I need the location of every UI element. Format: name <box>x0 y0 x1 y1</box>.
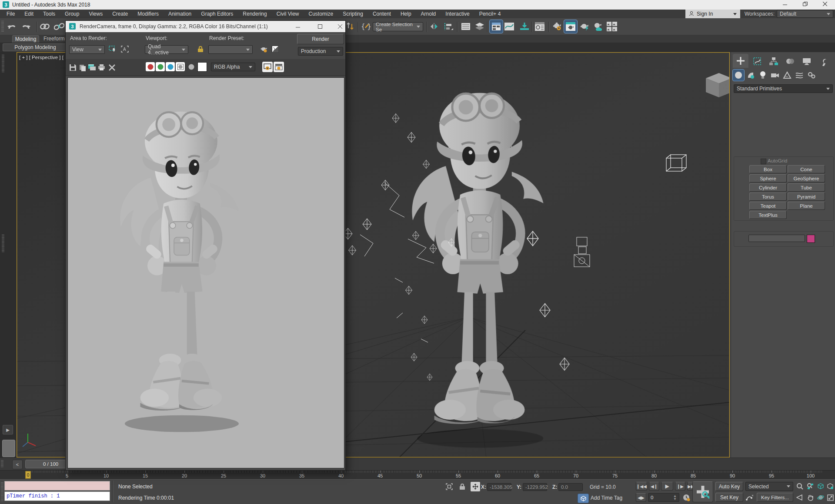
x-coordinate-field[interactable]: -1538.305 <box>487 483 511 491</box>
object-type-button-torus[interactable]: Torus <box>749 192 787 201</box>
workspace-dropdown[interactable]: Default <box>777 10 833 18</box>
object-type-button-geosphere[interactable]: GeoSphere <box>788 174 825 182</box>
render-minimize-button[interactable] <box>294 22 302 31</box>
menu-item-file[interactable]: File <box>2 10 20 18</box>
maxscript-listener-pink[interactable] <box>4 481 110 491</box>
tab-motion-icon[interactable] <box>782 55 798 68</box>
set-keys-button[interactable] <box>692 481 713 502</box>
select-object-icon[interactable] <box>345 21 356 32</box>
render-setup-icon[interactable] <box>551 21 563 32</box>
rendered-image-area[interactable] <box>67 77 344 468</box>
object-color-swatch[interactable] <box>807 235 815 243</box>
current-frame-field[interactable]: 0 ▲▼ <box>648 493 679 502</box>
green-channel-toggle[interactable] <box>156 62 165 71</box>
viewport-dropdown[interactable]: Quad 4...ective <box>145 45 188 54</box>
object-type-button-sphere[interactable]: Sphere <box>749 174 787 182</box>
curve-editor-icon[interactable] <box>504 21 515 32</box>
menu-item-modifiers[interactable]: Modifiers <box>133 10 164 18</box>
scene-explorer-icon[interactable] <box>474 21 485 32</box>
set-key-button[interactable]: Set Key <box>715 493 743 502</box>
menu-item-customize[interactable]: Customize <box>304 10 338 18</box>
tab-freeform[interactable]: Freeform <box>43 36 65 42</box>
time-slider-prev-button[interactable]: < <box>12 460 23 469</box>
menu-item-graph-editors[interactable]: Graph Editors <box>196 10 238 18</box>
minimize-button[interactable] <box>775 0 795 8</box>
viewport-layout-tab[interactable] <box>2 440 15 457</box>
menu-item-interactive[interactable]: Interactive <box>441 10 474 18</box>
image-layers-icon[interactable] <box>274 62 284 72</box>
auto-key-button[interactable]: Auto Key <box>715 482 743 491</box>
spinner-arrows-icon[interactable]: ▲▼ <box>673 494 677 501</box>
timeline-ruler[interactable]: 0 51015202530354045505560657075808590951… <box>0 470 835 480</box>
blue-channel-toggle[interactable] <box>166 62 175 71</box>
area-to-render-dropdown[interactable]: View <box>69 45 105 54</box>
previous-frame-button[interactable]: ◀❙ <box>649 482 659 491</box>
category-systems-icon[interactable] <box>806 70 817 81</box>
render-button[interactable]: Render <box>297 34 344 44</box>
menu-item-civil-view[interactable]: Civil View <box>272 10 304 18</box>
field-of-view-icon[interactable] <box>795 493 805 502</box>
dope-sheet-icon[interactable] <box>519 21 530 32</box>
align-icon[interactable] <box>443 21 454 32</box>
auto-region-icon[interactable]: A <box>120 44 130 54</box>
expand-ribbon-button[interactable]: ▶ <box>3 425 13 434</box>
autodesk-gallery-icon[interactable] <box>606 21 618 32</box>
menu-item-content[interactable]: Content <box>368 10 396 18</box>
toggle-scene-explorer-icon[interactable] <box>490 20 503 33</box>
tab-display-icon[interactable] <box>799 55 815 68</box>
viewport-lock-icon[interactable] <box>195 44 206 54</box>
restore-button[interactable] <box>795 0 815 8</box>
key-filters-icon[interactable] <box>745 492 755 503</box>
clone-rendered-frame-icon[interactable] <box>87 62 97 73</box>
add-time-tag-icon[interactable] <box>578 494 589 503</box>
zoom-extents-all-icon[interactable] <box>825 481 835 491</box>
selection-lock-icon[interactable] <box>458 482 467 491</box>
mirror-icon[interactable] <box>430 21 441 32</box>
rendered-frame-window-icon[interactable] <box>564 20 577 33</box>
object-name-input[interactable] <box>748 235 805 242</box>
redo-icon[interactable] <box>20 21 32 32</box>
object-type-button-cone[interactable]: Cone <box>788 165 825 173</box>
object-type-button-tube[interactable]: Tube <box>788 183 825 192</box>
close-button[interactable] <box>815 0 835 8</box>
orbit-icon[interactable] <box>816 493 825 502</box>
red-channel-toggle[interactable] <box>146 62 155 71</box>
render-window-titlebar[interactable]: 3 RenderCamera, frame 0, Display Gamma: … <box>66 21 345 32</box>
object-type-button-teapot[interactable]: Teapot <box>749 202 787 210</box>
monochrome-toggle[interactable] <box>187 62 196 71</box>
copy-image-icon[interactable] <box>77 62 87 73</box>
pan-icon[interactable] <box>805 493 815 502</box>
tab-utilities-icon[interactable] <box>815 55 831 68</box>
render-setup-small-icon[interactable] <box>259 44 269 54</box>
clear-image-icon[interactable] <box>107 62 117 73</box>
tab-modify-icon[interactable] <box>749 55 765 68</box>
select-link-icon[interactable] <box>39 21 50 32</box>
material-editor-icon[interactable] <box>534 21 545 32</box>
maxscript-listener-white[interactable]: pTimer finish : 1 <box>4 491 110 501</box>
time-configuration-icon[interactable] <box>681 492 691 503</box>
selection-set-dropdown[interactable]: Create Selection Se <box>373 22 423 31</box>
category-shapes-icon[interactable] <box>745 70 756 81</box>
render-mode-dropdown[interactable]: Production <box>298 47 343 56</box>
key-mode-dropdown[interactable]: Selected <box>745 482 793 491</box>
primitive-category-dropdown[interactable]: Standard Primitives <box>734 84 833 93</box>
tab-hierarchy-icon[interactable] <box>766 55 782 68</box>
menu-item-animation[interactable]: Animation <box>164 10 196 18</box>
menu-item-edit[interactable]: Edit <box>20 10 38 18</box>
render-maximize-button[interactable] <box>316 22 324 31</box>
object-type-button-textplus[interactable]: TextPlus <box>749 211 787 219</box>
next-frame-button[interactable]: ❙▶ <box>675 482 685 491</box>
color-correction-icon[interactable] <box>262 62 273 72</box>
channel-display-dropdown[interactable]: RGB Alpha <box>211 63 255 71</box>
object-type-button-plane[interactable]: Plane <box>788 202 825 210</box>
autogrid-checkbox[interactable] <box>761 159 766 164</box>
menu-item-group[interactable]: Group <box>60 10 84 18</box>
object-type-button-pyramid[interactable]: Pyramid <box>788 192 825 201</box>
unlink-icon[interactable] <box>53 21 65 32</box>
menu-item-help[interactable]: Help <box>396 10 416 18</box>
render-production-icon[interactable] <box>579 21 591 32</box>
current-frame-marker[interactable]: 0 <box>25 471 31 479</box>
category-helpers-icon[interactable] <box>782 70 793 81</box>
menu-item-rendering[interactable]: Rendering <box>238 10 271 18</box>
zoom-extents-icon[interactable] <box>816 481 825 491</box>
